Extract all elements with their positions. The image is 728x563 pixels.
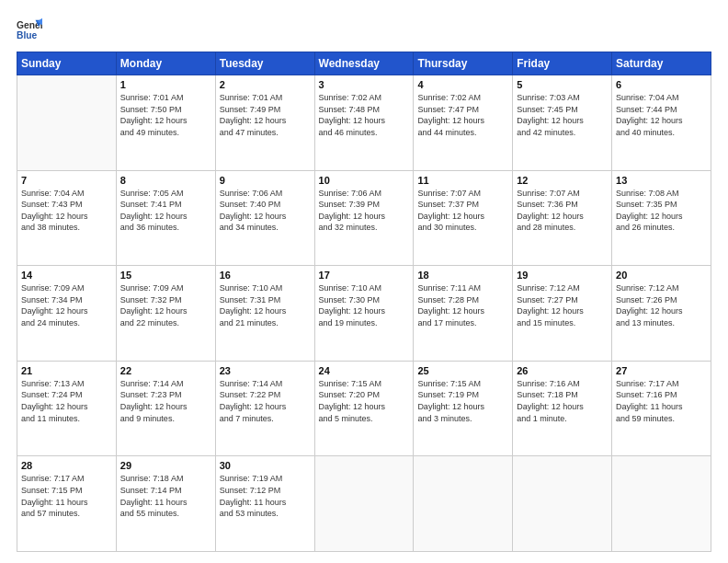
day-number: 28 <box>21 460 112 471</box>
weekday-header-monday: Monday <box>116 52 215 75</box>
page: General Blue SundayMondayTuesdayWednesda… <box>0 0 728 563</box>
day-info: Sunrise: 7:14 AMSunset: 7:22 PMDaylight:… <box>220 378 311 424</box>
day-info: Sunrise: 7:04 AMSunset: 7:43 PMDaylight:… <box>21 188 112 234</box>
day-number: 14 <box>21 270 112 281</box>
calendar-cell <box>414 456 513 552</box>
calendar-cell: 16Sunrise: 7:10 AMSunset: 7:31 PMDayligh… <box>215 266 314 362</box>
day-info: Sunrise: 7:01 AMSunset: 7:49 PMDaylight:… <box>220 92 311 138</box>
calendar-cell: 8Sunrise: 7:05 AMSunset: 7:41 PMDaylight… <box>116 170 215 266</box>
day-info: Sunrise: 7:16 AMSunset: 7:18 PMDaylight:… <box>517 378 608 424</box>
day-info: Sunrise: 7:13 AMSunset: 7:24 PMDaylight:… <box>21 378 112 424</box>
logo: General Blue <box>17 17 42 42</box>
day-info: Sunrise: 7:12 AMSunset: 7:26 PMDaylight:… <box>616 282 707 328</box>
day-number: 17 <box>319 270 410 281</box>
day-info: Sunrise: 7:14 AMSunset: 7:23 PMDaylight:… <box>120 378 211 424</box>
day-info: Sunrise: 7:05 AMSunset: 7:41 PMDaylight:… <box>120 188 211 234</box>
calendar-cell <box>17 75 117 171</box>
calendar-cell: 9Sunrise: 7:06 AMSunset: 7:40 PMDaylight… <box>215 170 314 266</box>
day-number: 15 <box>120 270 211 281</box>
day-info: Sunrise: 7:02 AMSunset: 7:47 PMDaylight:… <box>417 92 508 138</box>
calendar-cell: 14Sunrise: 7:09 AMSunset: 7:34 PMDayligh… <box>17 266 117 362</box>
day-info: Sunrise: 7:07 AMSunset: 7:36 PMDaylight:… <box>517 188 608 234</box>
weekday-header-row: SundayMondayTuesdayWednesdayThursdayFrid… <box>17 52 711 75</box>
day-info: Sunrise: 7:01 AMSunset: 7:50 PMDaylight:… <box>120 92 211 138</box>
day-number: 10 <box>319 175 410 186</box>
day-info: Sunrise: 7:11 AMSunset: 7:28 PMDaylight:… <box>417 282 508 328</box>
calendar-cell <box>314 456 414 552</box>
day-number: 22 <box>120 365 211 376</box>
week-row-5: 28Sunrise: 7:17 AMSunset: 7:15 PMDayligh… <box>17 456 711 552</box>
day-info: Sunrise: 7:02 AMSunset: 7:48 PMDaylight:… <box>319 92 410 138</box>
calendar-cell: 29Sunrise: 7:18 AMSunset: 7:14 PMDayligh… <box>116 456 215 552</box>
calendar-cell: 23Sunrise: 7:14 AMSunset: 7:22 PMDayligh… <box>215 361 314 456</box>
day-info: Sunrise: 7:15 AMSunset: 7:20 PMDaylight:… <box>319 378 410 424</box>
day-number: 8 <box>120 175 211 186</box>
day-number: 13 <box>616 175 707 186</box>
calendar-cell: 26Sunrise: 7:16 AMSunset: 7:18 PMDayligh… <box>513 361 612 456</box>
calendar-cell: 17Sunrise: 7:10 AMSunset: 7:30 PMDayligh… <box>314 266 414 362</box>
day-info: Sunrise: 7:10 AMSunset: 7:30 PMDaylight:… <box>319 282 410 328</box>
day-number: 12 <box>517 175 608 186</box>
week-row-3: 14Sunrise: 7:09 AMSunset: 7:34 PMDayligh… <box>17 266 711 362</box>
day-number: 19 <box>517 270 608 281</box>
day-number: 27 <box>616 365 707 376</box>
weekday-header-sunday: Sunday <box>17 52 117 75</box>
calendar-cell: 7Sunrise: 7:04 AMSunset: 7:43 PMDaylight… <box>17 170 117 266</box>
calendar-cell: 21Sunrise: 7:13 AMSunset: 7:24 PMDayligh… <box>17 361 117 456</box>
calendar-cell: 12Sunrise: 7:07 AMSunset: 7:36 PMDayligh… <box>513 170 612 266</box>
calendar-cell: 25Sunrise: 7:15 AMSunset: 7:19 PMDayligh… <box>414 361 513 456</box>
day-info: Sunrise: 7:10 AMSunset: 7:31 PMDaylight:… <box>220 282 311 328</box>
calendar-cell: 3Sunrise: 7:02 AMSunset: 7:48 PMDaylight… <box>314 75 414 171</box>
week-row-1: 1Sunrise: 7:01 AMSunset: 7:50 PMDaylight… <box>17 75 711 171</box>
calendar-cell: 13Sunrise: 7:08 AMSunset: 7:35 PMDayligh… <box>612 170 711 266</box>
day-info: Sunrise: 7:06 AMSunset: 7:39 PMDaylight:… <box>319 188 410 234</box>
day-info: Sunrise: 7:08 AMSunset: 7:35 PMDaylight:… <box>616 188 707 234</box>
day-number: 30 <box>220 460 311 471</box>
day-number: 7 <box>21 175 112 186</box>
day-number: 29 <box>120 460 211 471</box>
calendar-cell: 11Sunrise: 7:07 AMSunset: 7:37 PMDayligh… <box>414 170 513 266</box>
calendar-cell: 10Sunrise: 7:06 AMSunset: 7:39 PMDayligh… <box>314 170 414 266</box>
day-info: Sunrise: 7:19 AMSunset: 7:12 PMDaylight:… <box>220 473 311 519</box>
logo-icon: General Blue <box>17 17 42 42</box>
weekday-header-saturday: Saturday <box>612 52 711 75</box>
calendar-cell <box>612 456 711 552</box>
week-row-4: 21Sunrise: 7:13 AMSunset: 7:24 PMDayligh… <box>17 361 711 456</box>
day-number: 9 <box>220 175 311 186</box>
day-info: Sunrise: 7:15 AMSunset: 7:19 PMDaylight:… <box>417 378 508 424</box>
calendar-cell: 24Sunrise: 7:15 AMSunset: 7:20 PMDayligh… <box>314 361 414 456</box>
day-info: Sunrise: 7:06 AMSunset: 7:40 PMDaylight:… <box>220 188 311 234</box>
weekday-header-friday: Friday <box>513 52 612 75</box>
day-number: 3 <box>319 79 410 90</box>
day-number: 16 <box>220 270 311 281</box>
calendar-cell: 4Sunrise: 7:02 AMSunset: 7:47 PMDaylight… <box>414 75 513 171</box>
day-info: Sunrise: 7:17 AMSunset: 7:15 PMDaylight:… <box>21 473 112 519</box>
day-info: Sunrise: 7:04 AMSunset: 7:44 PMDaylight:… <box>616 92 707 138</box>
day-number: 4 <box>417 79 508 90</box>
calendar-cell: 5Sunrise: 7:03 AMSunset: 7:45 PMDaylight… <box>513 75 612 171</box>
day-info: Sunrise: 7:09 AMSunset: 7:34 PMDaylight:… <box>21 282 112 328</box>
day-number: 11 <box>417 175 508 186</box>
weekday-header-wednesday: Wednesday <box>314 52 414 75</box>
svg-text:Blue: Blue <box>17 30 38 40</box>
calendar-cell: 19Sunrise: 7:12 AMSunset: 7:27 PMDayligh… <box>513 266 612 362</box>
day-info: Sunrise: 7:12 AMSunset: 7:27 PMDaylight:… <box>517 282 608 328</box>
day-number: 1 <box>120 79 211 90</box>
calendar-cell: 15Sunrise: 7:09 AMSunset: 7:32 PMDayligh… <box>116 266 215 362</box>
day-number: 23 <box>220 365 311 376</box>
day-info: Sunrise: 7:07 AMSunset: 7:37 PMDaylight:… <box>417 188 508 234</box>
calendar-cell <box>513 456 612 552</box>
calendar-cell: 20Sunrise: 7:12 AMSunset: 7:26 PMDayligh… <box>612 266 711 362</box>
day-info: Sunrise: 7:03 AMSunset: 7:45 PMDaylight:… <box>517 92 608 138</box>
day-info: Sunrise: 7:17 AMSunset: 7:16 PMDaylight:… <box>616 378 707 424</box>
day-info: Sunrise: 7:09 AMSunset: 7:32 PMDaylight:… <box>120 282 211 328</box>
day-number: 5 <box>517 79 608 90</box>
calendar-cell: 6Sunrise: 7:04 AMSunset: 7:44 PMDaylight… <box>612 75 711 171</box>
header: General Blue <box>17 17 711 42</box>
day-number: 25 <box>417 365 508 376</box>
day-number: 26 <box>517 365 608 376</box>
week-row-2: 7Sunrise: 7:04 AMSunset: 7:43 PMDaylight… <box>17 170 711 266</box>
weekday-header-tuesday: Tuesday <box>215 52 314 75</box>
calendar-cell: 30Sunrise: 7:19 AMSunset: 7:12 PMDayligh… <box>215 456 314 552</box>
day-number: 20 <box>616 270 707 281</box>
